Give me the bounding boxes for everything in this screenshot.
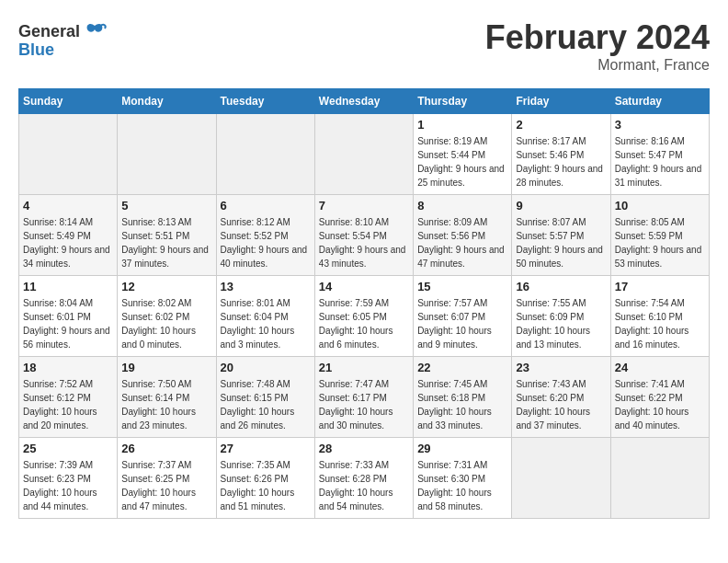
title-area: February 2024 Mormant, France — [485, 18, 710, 74]
table-row: 11Sunrise: 8:04 AMSunset: 6:01 PMDayligh… — [19, 276, 118, 357]
day-number: 8 — [417, 199, 507, 213]
day-number: 29 — [417, 442, 507, 455]
day-info: Sunrise: 7:52 AMSunset: 6:12 PMDaylight:… — [23, 377, 113, 432]
day-number: 12 — [121, 280, 211, 293]
weekday-header-row: Sunday Monday Tuesday Wednesday Thursday… — [19, 89, 710, 114]
day-number: 20 — [221, 361, 311, 374]
table-row: 27Sunrise: 7:35 AMSunset: 6:26 PMDayligh… — [216, 438, 314, 519]
day-number: 28 — [319, 442, 409, 455]
day-info: Sunrise: 8:02 AMSunset: 6:02 PMDaylight:… — [121, 296, 211, 351]
table-row: 23Sunrise: 7:43 AMSunset: 6:20 PMDayligh… — [512, 357, 610, 438]
table-row — [512, 438, 610, 519]
logo-text-blue: Blue — [18, 40, 54, 60]
day-info: Sunrise: 7:57 AMSunset: 6:07 PMDaylight:… — [417, 296, 507, 351]
day-number: 25 — [23, 442, 113, 455]
day-info: Sunrise: 7:48 AMSunset: 6:15 PMDaylight:… — [221, 377, 311, 432]
day-number: 24 — [615, 361, 705, 374]
day-number: 13 — [221, 280, 311, 293]
day-info: Sunrise: 7:35 AMSunset: 6:26 PMDaylight:… — [221, 458, 311, 513]
header-tuesday: Tuesday — [216, 89, 314, 114]
header-friday: Friday — [512, 89, 610, 114]
day-number: 14 — [319, 280, 409, 293]
day-number: 21 — [319, 361, 409, 374]
table-row — [610, 438, 709, 519]
table-row: 8Sunrise: 8:09 AMSunset: 5:56 PMDaylight… — [414, 195, 512, 276]
calendar-title: February 2024 — [485, 18, 710, 57]
table-row: 10Sunrise: 8:05 AMSunset: 5:59 PMDayligh… — [610, 195, 709, 276]
day-number: 7 — [319, 199, 409, 213]
day-info: Sunrise: 7:54 AMSunset: 6:10 PMDaylight:… — [615, 296, 705, 351]
table-row: 22Sunrise: 7:45 AMSunset: 6:18 PMDayligh… — [414, 357, 512, 438]
day-info: Sunrise: 8:10 AMSunset: 5:54 PMDaylight:… — [319, 215, 409, 270]
logo: General Blue — [18, 18, 108, 60]
day-info: Sunrise: 7:50 AMSunset: 6:14 PMDaylight:… — [121, 377, 211, 432]
day-number: 23 — [516, 361, 606, 374]
day-info: Sunrise: 7:41 AMSunset: 6:22 PMDaylight:… — [615, 377, 705, 432]
day-number: 5 — [121, 199, 211, 213]
table-row — [19, 114, 118, 195]
day-info: Sunrise: 7:39 AMSunset: 6:23 PMDaylight:… — [23, 458, 113, 513]
day-info: Sunrise: 8:01 AMSunset: 6:04 PMDaylight:… — [221, 296, 311, 351]
table-row: 15Sunrise: 7:57 AMSunset: 6:07 PMDayligh… — [414, 276, 512, 357]
week-row-1: 1Sunrise: 8:19 AMSunset: 5:44 PMDaylight… — [19, 114, 710, 195]
day-info: Sunrise: 8:14 AMSunset: 5:49 PMDaylight:… — [23, 215, 113, 270]
day-number: 2 — [516, 118, 606, 132]
table-row: 2Sunrise: 8:17 AMSunset: 5:46 PMDaylight… — [512, 114, 610, 195]
day-info: Sunrise: 8:04 AMSunset: 6:01 PMDaylight:… — [23, 296, 113, 351]
week-row-3: 11Sunrise: 8:04 AMSunset: 6:01 PMDayligh… — [19, 276, 710, 357]
table-row: 13Sunrise: 8:01 AMSunset: 6:04 PMDayligh… — [216, 276, 314, 357]
day-info: Sunrise: 7:31 AMSunset: 6:30 PMDaylight:… — [417, 458, 507, 513]
table-row: 20Sunrise: 7:48 AMSunset: 6:15 PMDayligh… — [216, 357, 314, 438]
day-number: 26 — [121, 442, 211, 455]
logo-bird-icon — [82, 18, 108, 44]
day-number: 10 — [615, 199, 705, 213]
header-wednesday: Wednesday — [314, 89, 413, 114]
table-row: 3Sunrise: 8:16 AMSunset: 5:47 PMDaylight… — [610, 114, 709, 195]
day-info: Sunrise: 8:12 AMSunset: 5:52 PMDaylight:… — [221, 215, 311, 270]
day-number: 16 — [516, 280, 606, 293]
table-row: 26Sunrise: 7:37 AMSunset: 6:25 PMDayligh… — [118, 438, 216, 519]
day-info: Sunrise: 7:45 AMSunset: 6:18 PMDaylight:… — [417, 377, 507, 432]
day-number: 11 — [23, 280, 113, 293]
table-row: 17Sunrise: 7:54 AMSunset: 6:10 PMDayligh… — [610, 276, 709, 357]
table-row: 6Sunrise: 8:12 AMSunset: 5:52 PMDaylight… — [216, 195, 314, 276]
table-row: 28Sunrise: 7:33 AMSunset: 6:28 PMDayligh… — [314, 438, 413, 519]
table-row: 4Sunrise: 8:14 AMSunset: 5:49 PMDaylight… — [19, 195, 118, 276]
day-info: Sunrise: 7:43 AMSunset: 6:20 PMDaylight:… — [516, 377, 606, 432]
week-row-5: 25Sunrise: 7:39 AMSunset: 6:23 PMDayligh… — [19, 438, 710, 519]
day-number: 1 — [417, 118, 507, 132]
table-row — [118, 114, 216, 195]
header-sunday: Sunday — [19, 89, 118, 114]
table-row: 5Sunrise: 8:13 AMSunset: 5:51 PMDaylight… — [118, 195, 216, 276]
table-row: 9Sunrise: 8:07 AMSunset: 5:57 PMDaylight… — [512, 195, 610, 276]
header-saturday: Saturday — [610, 89, 709, 114]
table-row: 14Sunrise: 7:59 AMSunset: 6:05 PMDayligh… — [314, 276, 413, 357]
day-number: 9 — [516, 199, 606, 213]
calendar-subtitle: Mormant, France — [485, 57, 710, 74]
day-info: Sunrise: 7:37 AMSunset: 6:25 PMDaylight:… — [121, 458, 211, 513]
day-number: 18 — [23, 361, 113, 374]
header-monday: Monday — [118, 89, 216, 114]
table-row: 16Sunrise: 7:55 AMSunset: 6:09 PMDayligh… — [512, 276, 610, 357]
day-number: 17 — [615, 280, 705, 293]
table-row: 19Sunrise: 7:50 AMSunset: 6:14 PMDayligh… — [118, 357, 216, 438]
table-row: 24Sunrise: 7:41 AMSunset: 6:22 PMDayligh… — [610, 357, 709, 438]
day-info: Sunrise: 8:19 AMSunset: 5:44 PMDaylight:… — [417, 134, 507, 190]
day-info: Sunrise: 8:16 AMSunset: 5:47 PMDaylight:… — [615, 134, 705, 190]
day-number: 3 — [615, 118, 705, 132]
day-info: Sunrise: 7:33 AMSunset: 6:28 PMDaylight:… — [319, 458, 409, 513]
header-thursday: Thursday — [414, 89, 512, 114]
day-info: Sunrise: 7:47 AMSunset: 6:17 PMDaylight:… — [319, 377, 409, 432]
table-row: 25Sunrise: 7:39 AMSunset: 6:23 PMDayligh… — [19, 438, 118, 519]
day-info: Sunrise: 8:17 AMSunset: 5:46 PMDaylight:… — [516, 134, 606, 190]
day-number: 22 — [417, 361, 507, 374]
table-row: 18Sunrise: 7:52 AMSunset: 6:12 PMDayligh… — [19, 357, 118, 438]
page-header: General Blue February 2024 Mormant, Fran… — [18, 18, 710, 74]
day-info: Sunrise: 8:09 AMSunset: 5:56 PMDaylight:… — [417, 215, 507, 270]
day-info: Sunrise: 8:13 AMSunset: 5:51 PMDaylight:… — [121, 215, 211, 270]
day-info: Sunrise: 7:55 AMSunset: 6:09 PMDaylight:… — [516, 296, 606, 351]
logo-text-general: General — [18, 22, 80, 41]
table-row — [314, 114, 413, 195]
day-info: Sunrise: 8:05 AMSunset: 5:59 PMDaylight:… — [615, 215, 705, 270]
day-number: 6 — [221, 199, 311, 213]
